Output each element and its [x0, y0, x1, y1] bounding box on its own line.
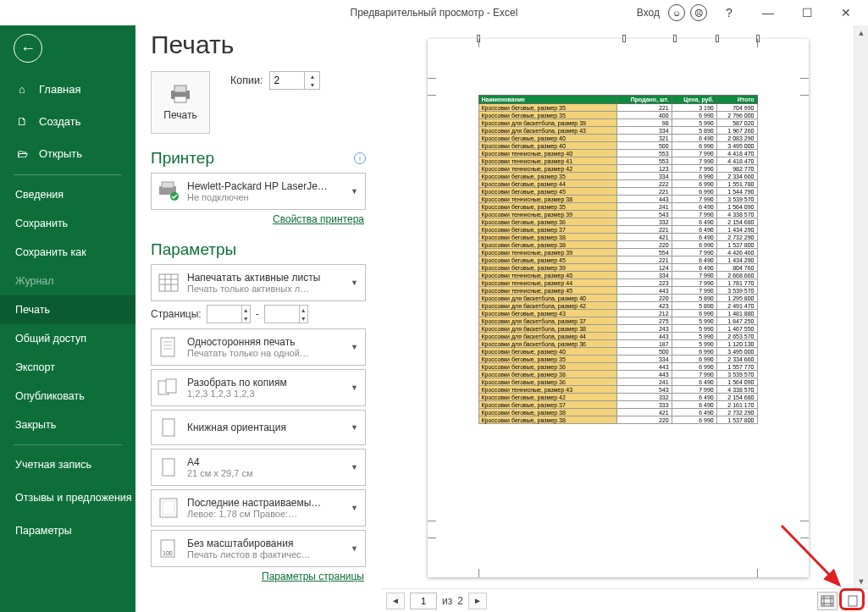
printer-dropdown[interactable]: Hewlett-Packard HP LaserJe…Не подключен …: [151, 173, 366, 210]
copies-spinner[interactable]: ▲▼: [269, 71, 320, 90]
spin-down-icon[interactable]: ▼: [305, 80, 319, 89]
scaling-dropdown[interactable]: 100 Без масштабированияПечать листов в ф…: [151, 530, 366, 567]
svg-rect-4: [162, 182, 174, 188]
svg-rect-16: [166, 379, 176, 393]
print-button[interactable]: Печать: [151, 71, 210, 134]
close-button[interactable]: ✕: [829, 1, 863, 25]
nav-print[interactable]: Печать: [0, 295, 135, 324]
pages-label: Страницы:: [151, 308, 202, 320]
help-button[interactable]: ?: [712, 1, 746, 25]
collate-icon: [157, 375, 180, 400]
sides-dropdown[interactable]: Односторонняя печатьПечатать только на о…: [151, 328, 366, 366]
printer-heading: Принтер: [151, 149, 366, 168]
home-icon: ⌂: [15, 82, 29, 96]
chevron-down-icon: ▼: [349, 187, 360, 196]
nav-save[interactable]: Сохранить: [0, 209, 135, 238]
spin-up-icon[interactable]: ▲: [305, 72, 319, 80]
preview-nav-bar: ◄ из 2 ►: [381, 588, 868, 612]
svg-rect-1: [174, 85, 186, 92]
vertical-scrollbar[interactable]: ▲ ▼: [854, 25, 868, 588]
collate-dropdown[interactable]: Разобрать по копиям1,2,3 1,2,3 1,2,3 ▼: [151, 369, 366, 406]
page-heading: Печать: [151, 30, 366, 59]
file-icon: 🗋: [15, 114, 29, 128]
chevron-down-icon: ▼: [349, 544, 360, 553]
margins-icon: [157, 495, 180, 521]
scroll-up-icon[interactable]: ▲: [854, 25, 868, 40]
info-icon[interactable]: i: [354, 152, 366, 164]
page-size-icon: [157, 455, 180, 480]
nav-home[interactable]: ⌂Главная: [0, 73, 135, 105]
show-margins-button[interactable]: [817, 592, 838, 610]
orientation-dropdown[interactable]: Книжная ориентация ▼: [151, 410, 366, 445]
portrait-icon: [157, 415, 180, 440]
svg-rect-11: [161, 338, 174, 356]
printer-icon: [169, 84, 192, 104]
prev-page-button[interactable]: ◄: [386, 593, 405, 609]
frown-icon[interactable]: ☹: [690, 4, 707, 21]
chevron-down-icon: ▼: [349, 383, 360, 392]
nav-saveas[interactable]: Сохранить как: [0, 238, 135, 267]
chevron-down-icon: ▼: [349, 463, 360, 471]
print-what-dropdown[interactable]: Напечатать активные листыПечать только а…: [151, 264, 366, 301]
page-number-input[interactable]: [410, 593, 437, 609]
svg-text:100: 100: [163, 550, 173, 556]
copies-input[interactable]: [270, 72, 304, 89]
nav-create[interactable]: 🗋Создать: [0, 105, 135, 137]
nav-share[interactable]: Общий доступ: [0, 324, 135, 353]
nav-publish[interactable]: Опубликовать: [0, 382, 135, 411]
nav-open[interactable]: 🗁Открыть: [0, 137, 135, 169]
chevron-down-icon: ▼: [349, 423, 360, 432]
print-preview-area: НаименованиеПродано, шт.Цена, руб.Итого …: [381, 25, 868, 612]
svg-rect-17: [163, 419, 174, 436]
chevron-down-icon: ▼: [349, 504, 360, 512]
annotation-circle: [839, 588, 865, 610]
settings-heading: Параметры: [151, 240, 366, 259]
svg-rect-6: [159, 274, 178, 291]
preview-table: НаименованиеПродано, шт.Цена, руб.Итого …: [478, 95, 758, 424]
page-one-side-icon: [157, 334, 180, 360]
svg-rect-23: [821, 596, 833, 606]
maximize-button[interactable]: ☐: [790, 1, 824, 25]
nav-info[interactable]: Сведения: [0, 180, 135, 209]
margins-dropdown[interactable]: Последние настраиваемы…Левое: 1,78 см Пр…: [151, 489, 366, 527]
pages-from-spinner[interactable]: ▲▼: [207, 305, 251, 323]
nav-export[interactable]: Экспорт: [0, 353, 135, 382]
printer-properties-link[interactable]: Свойства принтера: [151, 213, 364, 225]
copies-label: Копии:: [230, 74, 263, 86]
back-button[interactable]: ←: [14, 34, 42, 63]
paper-size-dropdown[interactable]: A421 см x 29,7 см ▼: [151, 449, 366, 486]
print-settings-panel: Печать Печать Копии: ▲▼ i Принтер: [135, 25, 381, 612]
svg-rect-18: [163, 459, 174, 476]
scroll-down-icon[interactable]: ▼: [854, 574, 868, 588]
sheets-icon: [157, 270, 180, 295]
nav-feedback[interactable]: Отзывы и предложения: [0, 479, 135, 516]
titlebar: Предварительный просмотр - Excel Вход ☺ …: [0, 0, 868, 25]
nav-close[interactable]: Закрыть: [0, 411, 135, 439]
scale-icon: 100: [157, 536, 180, 561]
nav-history: Журнал: [0, 267, 135, 295]
chevron-down-icon: ▼: [349, 343, 360, 351]
chevron-down-icon: ▼: [349, 278, 360, 287]
login-link[interactable]: Вход: [637, 7, 660, 19]
printer-status-icon: [157, 179, 180, 204]
nav-account[interactable]: Учетная запись: [0, 450, 135, 479]
smile-icon[interactable]: ☺: [668, 4, 685, 21]
window-title: Предварительный просмотр - Excel: [351, 7, 518, 19]
page-setup-link[interactable]: Параметры страницы: [151, 571, 364, 582]
next-page-button[interactable]: ►: [468, 593, 487, 609]
backstage-sidebar: ← ⌂Главная 🗋Создать 🗁Открыть Сведения Со…: [0, 25, 135, 612]
minimize-button[interactable]: —: [751, 1, 785, 25]
preview-page: НаименованиеПродано, шт.Цена, руб.Итого …: [428, 39, 809, 577]
pages-to-spinner[interactable]: ▲▼: [264, 305, 308, 323]
svg-rect-2: [174, 96, 186, 102]
folder-open-icon: 🗁: [15, 146, 29, 160]
nav-options[interactable]: Параметры: [0, 516, 135, 545]
